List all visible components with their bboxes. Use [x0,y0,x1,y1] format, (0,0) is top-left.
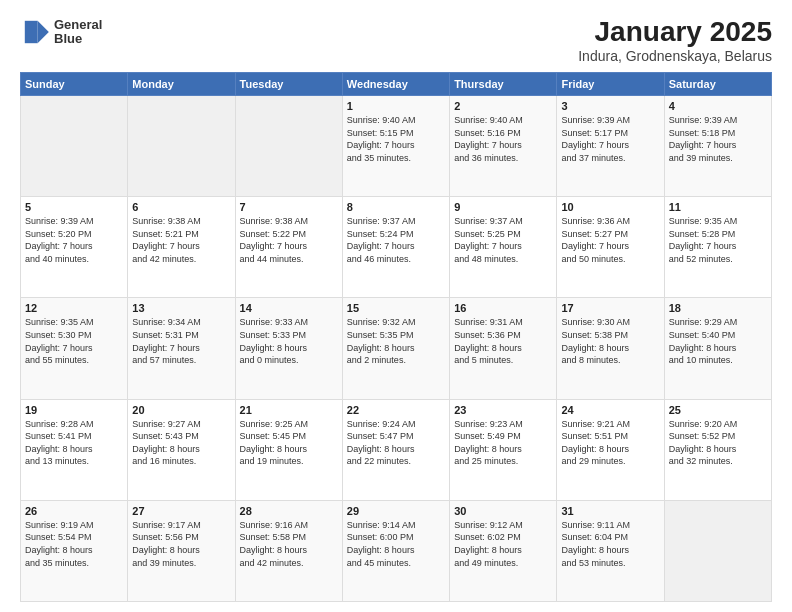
day-number: 22 [347,404,445,416]
day-number: 13 [132,302,230,314]
logo-icon [20,16,52,48]
calendar-header: SundayMondayTuesdayWednesdayThursdayFrid… [21,73,772,96]
day-info: Sunrise: 9:17 AM Sunset: 5:56 PM Dayligh… [132,519,230,569]
day-info: Sunrise: 9:23 AM Sunset: 5:49 PM Dayligh… [454,418,552,468]
calendar-cell: 20Sunrise: 9:27 AM Sunset: 5:43 PM Dayli… [128,399,235,500]
calendar-cell: 15Sunrise: 9:32 AM Sunset: 5:35 PM Dayli… [342,298,449,399]
calendar-table: SundayMondayTuesdayWednesdayThursdayFrid… [20,72,772,602]
day-number: 2 [454,100,552,112]
calendar-cell [235,96,342,197]
logo-line1: General [54,18,102,32]
calendar-cell: 14Sunrise: 9:33 AM Sunset: 5:33 PM Dayli… [235,298,342,399]
day-info: Sunrise: 9:40 AM Sunset: 5:16 PM Dayligh… [454,114,552,164]
day-info: Sunrise: 9:28 AM Sunset: 5:41 PM Dayligh… [25,418,123,468]
svg-rect-1 [25,21,38,43]
weekday-header-thursday: Thursday [450,73,557,96]
week-row-0: 1Sunrise: 9:40 AM Sunset: 5:15 PM Daylig… [21,96,772,197]
calendar-cell [128,96,235,197]
week-row-1: 5Sunrise: 9:39 AM Sunset: 5:20 PM Daylig… [21,197,772,298]
calendar-cell: 1Sunrise: 9:40 AM Sunset: 5:15 PM Daylig… [342,96,449,197]
week-row-2: 12Sunrise: 9:35 AM Sunset: 5:30 PM Dayli… [21,298,772,399]
logo: General Blue [20,16,102,48]
logo-line2: Blue [54,32,102,46]
day-info: Sunrise: 9:34 AM Sunset: 5:31 PM Dayligh… [132,316,230,366]
day-info: Sunrise: 9:35 AM Sunset: 5:30 PM Dayligh… [25,316,123,366]
day-number: 9 [454,201,552,213]
calendar-cell: 5Sunrise: 9:39 AM Sunset: 5:20 PM Daylig… [21,197,128,298]
calendar-cell: 27Sunrise: 9:17 AM Sunset: 5:56 PM Dayli… [128,500,235,601]
calendar-cell: 22Sunrise: 9:24 AM Sunset: 5:47 PM Dayli… [342,399,449,500]
day-info: Sunrise: 9:27 AM Sunset: 5:43 PM Dayligh… [132,418,230,468]
calendar-cell: 7Sunrise: 9:38 AM Sunset: 5:22 PM Daylig… [235,197,342,298]
day-info: Sunrise: 9:37 AM Sunset: 5:25 PM Dayligh… [454,215,552,265]
day-info: Sunrise: 9:40 AM Sunset: 5:15 PM Dayligh… [347,114,445,164]
calendar-cell: 10Sunrise: 9:36 AM Sunset: 5:27 PM Dayli… [557,197,664,298]
day-info: Sunrise: 9:25 AM Sunset: 5:45 PM Dayligh… [240,418,338,468]
calendar-cell: 13Sunrise: 9:34 AM Sunset: 5:31 PM Dayli… [128,298,235,399]
day-info: Sunrise: 9:39 AM Sunset: 5:20 PM Dayligh… [25,215,123,265]
weekday-header-sunday: Sunday [21,73,128,96]
day-number: 21 [240,404,338,416]
day-info: Sunrise: 9:16 AM Sunset: 5:58 PM Dayligh… [240,519,338,569]
day-info: Sunrise: 9:30 AM Sunset: 5:38 PM Dayligh… [561,316,659,366]
day-number: 12 [25,302,123,314]
day-number: 30 [454,505,552,517]
calendar-cell: 26Sunrise: 9:19 AM Sunset: 5:54 PM Dayli… [21,500,128,601]
day-info: Sunrise: 9:11 AM Sunset: 6:04 PM Dayligh… [561,519,659,569]
day-number: 4 [669,100,767,112]
header: General Blue January 2025 Indura, Grodne… [20,16,772,64]
calendar-cell: 23Sunrise: 9:23 AM Sunset: 5:49 PM Dayli… [450,399,557,500]
day-number: 17 [561,302,659,314]
calendar-cell: 25Sunrise: 9:20 AM Sunset: 5:52 PM Dayli… [664,399,771,500]
calendar-cell: 18Sunrise: 9:29 AM Sunset: 5:40 PM Dayli… [664,298,771,399]
weekday-header-wednesday: Wednesday [342,73,449,96]
calendar-cell: 4Sunrise: 9:39 AM Sunset: 5:18 PM Daylig… [664,96,771,197]
calendar-cell: 6Sunrise: 9:38 AM Sunset: 5:21 PM Daylig… [128,197,235,298]
day-number: 15 [347,302,445,314]
day-info: Sunrise: 9:12 AM Sunset: 6:02 PM Dayligh… [454,519,552,569]
day-number: 8 [347,201,445,213]
day-info: Sunrise: 9:29 AM Sunset: 5:40 PM Dayligh… [669,316,767,366]
day-number: 10 [561,201,659,213]
calendar-cell: 17Sunrise: 9:30 AM Sunset: 5:38 PM Dayli… [557,298,664,399]
day-number: 20 [132,404,230,416]
day-info: Sunrise: 9:38 AM Sunset: 5:21 PM Dayligh… [132,215,230,265]
calendar-cell: 9Sunrise: 9:37 AM Sunset: 5:25 PM Daylig… [450,197,557,298]
day-number: 26 [25,505,123,517]
day-info: Sunrise: 9:39 AM Sunset: 5:18 PM Dayligh… [669,114,767,164]
day-number: 23 [454,404,552,416]
calendar-subtitle: Indura, Grodnenskaya, Belarus [578,48,772,64]
calendar-cell: 19Sunrise: 9:28 AM Sunset: 5:41 PM Dayli… [21,399,128,500]
calendar-cell: 11Sunrise: 9:35 AM Sunset: 5:28 PM Dayli… [664,197,771,298]
calendar-cell: 12Sunrise: 9:35 AM Sunset: 5:30 PM Dayli… [21,298,128,399]
calendar-cell: 21Sunrise: 9:25 AM Sunset: 5:45 PM Dayli… [235,399,342,500]
day-number: 14 [240,302,338,314]
calendar-cell [21,96,128,197]
day-number: 5 [25,201,123,213]
calendar-title: January 2025 [578,16,772,48]
day-info: Sunrise: 9:31 AM Sunset: 5:36 PM Dayligh… [454,316,552,366]
day-number: 6 [132,201,230,213]
weekday-header-tuesday: Tuesday [235,73,342,96]
calendar-cell: 28Sunrise: 9:16 AM Sunset: 5:58 PM Dayli… [235,500,342,601]
day-info: Sunrise: 9:36 AM Sunset: 5:27 PM Dayligh… [561,215,659,265]
calendar-cell: 16Sunrise: 9:31 AM Sunset: 5:36 PM Dayli… [450,298,557,399]
weekday-header-saturday: Saturday [664,73,771,96]
week-row-4: 26Sunrise: 9:19 AM Sunset: 5:54 PM Dayli… [21,500,772,601]
day-info: Sunrise: 9:32 AM Sunset: 5:35 PM Dayligh… [347,316,445,366]
week-row-3: 19Sunrise: 9:28 AM Sunset: 5:41 PM Dayli… [21,399,772,500]
calendar-cell: 8Sunrise: 9:37 AM Sunset: 5:24 PM Daylig… [342,197,449,298]
calendar-cell: 30Sunrise: 9:12 AM Sunset: 6:02 PM Dayli… [450,500,557,601]
day-number: 3 [561,100,659,112]
logo-text: General Blue [54,18,102,47]
day-info: Sunrise: 9:19 AM Sunset: 5:54 PM Dayligh… [25,519,123,569]
day-info: Sunrise: 9:38 AM Sunset: 5:22 PM Dayligh… [240,215,338,265]
day-info: Sunrise: 9:20 AM Sunset: 5:52 PM Dayligh… [669,418,767,468]
day-info: Sunrise: 9:14 AM Sunset: 6:00 PM Dayligh… [347,519,445,569]
calendar-cell: 31Sunrise: 9:11 AM Sunset: 6:04 PM Dayli… [557,500,664,601]
weekday-header-row: SundayMondayTuesdayWednesdayThursdayFrid… [21,73,772,96]
day-number: 29 [347,505,445,517]
day-info: Sunrise: 9:21 AM Sunset: 5:51 PM Dayligh… [561,418,659,468]
day-info: Sunrise: 9:37 AM Sunset: 5:24 PM Dayligh… [347,215,445,265]
day-info: Sunrise: 9:33 AM Sunset: 5:33 PM Dayligh… [240,316,338,366]
